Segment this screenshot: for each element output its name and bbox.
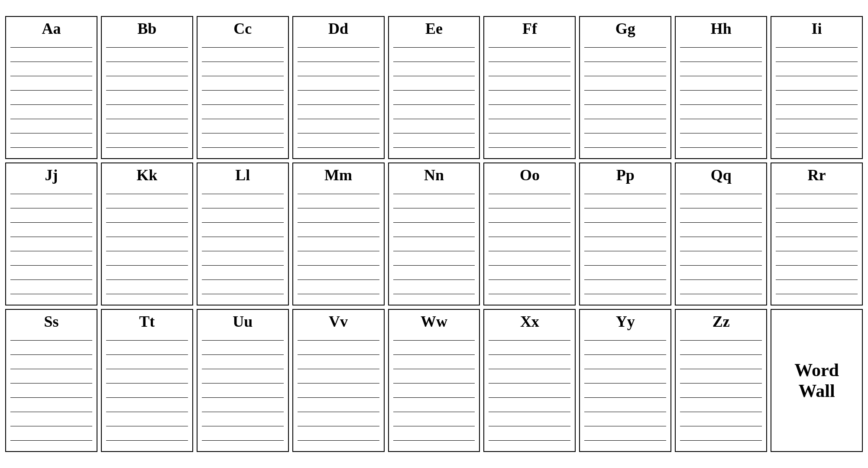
letter-label-Xx: Xx xyxy=(489,313,570,331)
ruled-line xyxy=(10,294,92,294)
ruled-line xyxy=(106,147,188,148)
ruled-line xyxy=(106,62,188,62)
ruled-line xyxy=(393,222,475,223)
ruled-line xyxy=(489,265,570,266)
ruled-line xyxy=(489,104,570,105)
letter-card-Ee: Ee xyxy=(388,16,480,159)
ruled-line xyxy=(106,412,188,412)
ruled-line xyxy=(584,426,666,426)
ruled-line xyxy=(489,251,570,251)
ruled-line xyxy=(106,194,188,194)
ruled-line xyxy=(489,294,570,294)
ruled-line xyxy=(393,62,475,62)
word-wall-label: WordWall xyxy=(794,360,839,402)
ruled-line xyxy=(776,133,858,133)
ruled-line xyxy=(393,340,475,341)
ruled-line xyxy=(202,104,284,105)
ruled-line xyxy=(393,104,475,105)
ruled-line xyxy=(680,208,762,208)
ruled-line xyxy=(10,194,92,194)
ruled-line xyxy=(10,397,92,398)
ruled-line xyxy=(10,62,92,62)
lines-area-Yy xyxy=(584,333,666,448)
letter-label-Qq: Qq xyxy=(680,167,762,184)
letter-card-Rr: Rr xyxy=(771,162,863,306)
ruled-line xyxy=(298,90,379,91)
ruled-line xyxy=(584,208,666,208)
ruled-line xyxy=(393,147,475,148)
ruled-line xyxy=(106,397,188,398)
ruled-line xyxy=(584,383,666,384)
ruled-line xyxy=(202,369,284,369)
ruled-line xyxy=(680,251,762,251)
ruled-line xyxy=(393,369,475,369)
ruled-line xyxy=(106,294,188,294)
letter-card-Pp: Pp xyxy=(579,162,671,306)
ruled-line xyxy=(680,354,762,355)
ruled-line xyxy=(298,426,379,426)
ruled-line xyxy=(202,340,284,341)
letter-label-Rr: Rr xyxy=(776,167,858,184)
ruled-line xyxy=(489,280,570,280)
ruled-line xyxy=(10,222,92,223)
ruled-line xyxy=(202,426,284,426)
ruled-line xyxy=(776,237,858,237)
ruled-line xyxy=(298,412,379,412)
ruled-line xyxy=(489,76,570,76)
ruled-line xyxy=(393,237,475,237)
ruled-line xyxy=(584,440,666,441)
ruled-line xyxy=(10,426,92,426)
letter-label-Mm: Mm xyxy=(298,167,379,184)
ruled-line xyxy=(298,354,379,355)
ruled-line xyxy=(680,383,762,384)
ruled-line xyxy=(584,354,666,355)
ruled-line xyxy=(393,383,475,384)
ruled-line xyxy=(680,222,762,223)
letter-card-Xx: Xx xyxy=(483,309,576,452)
ruled-line xyxy=(106,47,188,48)
ruled-line xyxy=(776,47,858,48)
ruled-line xyxy=(680,194,762,194)
lines-area-Zz xyxy=(680,333,762,448)
ruled-line xyxy=(489,147,570,148)
ruled-line xyxy=(202,47,284,48)
ruled-line xyxy=(680,369,762,369)
ruled-line xyxy=(680,426,762,426)
lines-area-Xx xyxy=(489,333,570,448)
lines-area-Qq xyxy=(680,187,762,301)
ruled-line xyxy=(10,90,92,91)
ruled-line xyxy=(202,222,284,223)
ruled-line xyxy=(584,62,666,62)
ruled-line xyxy=(489,412,570,412)
letter-label-Dd: Dd xyxy=(298,20,379,38)
ruled-line xyxy=(393,440,475,441)
ruled-line xyxy=(680,265,762,266)
ruled-line xyxy=(489,397,570,398)
ruled-line xyxy=(584,265,666,266)
ruled-line xyxy=(106,104,188,105)
ruled-line xyxy=(202,397,284,398)
ruled-line xyxy=(680,90,762,91)
ruled-line xyxy=(584,104,666,105)
word-wall-grid: AaBbCcDdEeFfGgHhIiJjKkLlMmNnOoPpQqRrSsTt… xyxy=(5,16,863,452)
ruled-line xyxy=(106,354,188,355)
ruled-line xyxy=(680,147,762,148)
ruled-line xyxy=(584,222,666,223)
letter-card-Ww: Ww xyxy=(388,309,480,452)
ruled-line xyxy=(10,133,92,133)
ruled-line xyxy=(680,340,762,341)
lines-area-Hh xyxy=(680,40,762,155)
ruled-line xyxy=(776,147,858,148)
ruled-line xyxy=(680,237,762,237)
ruled-line xyxy=(584,237,666,237)
ruled-line xyxy=(298,280,379,280)
letter-card-Yy: Yy xyxy=(579,309,671,452)
ruled-line xyxy=(776,208,858,208)
letter-label-Gg: Gg xyxy=(584,20,666,38)
ruled-line xyxy=(489,354,570,355)
ruled-line xyxy=(680,133,762,133)
letter-card-Ff: Ff xyxy=(483,16,576,159)
ruled-line xyxy=(202,354,284,355)
ruled-line xyxy=(298,237,379,237)
ruled-line xyxy=(489,440,570,441)
